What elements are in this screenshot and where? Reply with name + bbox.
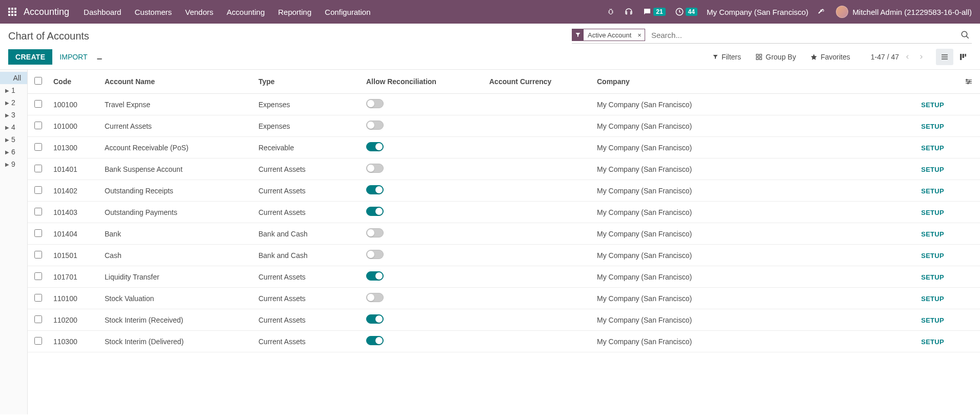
cell-name[interactable]: Account Receivable (PoS): [99, 137, 253, 158]
sidebar-item-5[interactable]: ▶5: [0, 133, 27, 146]
cell-type[interactable]: Bank and Cash: [253, 245, 361, 266]
debug-icon[interactable]: [607, 8, 615, 16]
nav-menu-reporting[interactable]: Reporting: [278, 8, 311, 16]
cell-company[interactable]: My Company (San Francisco): [592, 331, 903, 352]
app-brand[interactable]: Accounting: [24, 7, 69, 17]
setup-button[interactable]: SETUP: [921, 123, 944, 130]
facet-remove[interactable]: ×: [634, 31, 645, 39]
row-checkbox[interactable]: [34, 337, 42, 345]
table-row[interactable]: 101403Outstanding PaymentsCurrent Assets…: [28, 202, 980, 223]
header-currency[interactable]: Account Currency: [484, 70, 592, 94]
setup-button[interactable]: SETUP: [921, 316, 944, 324]
cell-code[interactable]: 101401: [48, 158, 99, 180]
setup-button[interactable]: SETUP: [921, 144, 944, 152]
cell-currency[interactable]: [484, 202, 592, 223]
cell-currency[interactable]: [484, 266, 592, 288]
cell-type[interactable]: Current Assets: [253, 266, 361, 288]
sidebar-item-9[interactable]: ▶9: [0, 158, 27, 170]
cell-currency[interactable]: [484, 180, 592, 202]
sidebar-item-6[interactable]: ▶6: [0, 146, 27, 158]
table-row[interactable]: 110300Stock Interim (Delivered)Current A…: [28, 331, 980, 352]
header-type[interactable]: Type: [253, 70, 361, 94]
cell-type[interactable]: Current Assets: [253, 180, 361, 202]
row-checkbox[interactable]: [34, 294, 42, 302]
reconciliation-toggle[interactable]: [366, 250, 384, 259]
apps-icon[interactable]: [8, 8, 16, 16]
table-row[interactable]: 101404BankBank and CashMy Company (San F…: [28, 223, 980, 245]
cell-currency[interactable]: [484, 331, 592, 352]
cell-company[interactable]: My Company (San Francisco): [592, 137, 903, 158]
setup-button[interactable]: SETUP: [921, 295, 944, 303]
cell-company[interactable]: My Company (San Francisco): [592, 94, 903, 115]
cell-code[interactable]: 101404: [48, 223, 99, 245]
create-button[interactable]: CREATE: [8, 49, 52, 65]
download-icon[interactable]: [96, 53, 103, 61]
cell-name[interactable]: Stock Valuation: [99, 288, 253, 309]
row-checkbox[interactable]: [34, 100, 42, 108]
tools-icon[interactable]: [817, 7, 827, 16]
nav-menu-vendors[interactable]: Vendors: [185, 8, 213, 16]
cell-type[interactable]: Receivable: [253, 137, 361, 158]
cell-type[interactable]: Bank and Cash: [253, 223, 361, 245]
cell-code[interactable]: 101000: [48, 115, 99, 137]
cell-name[interactable]: Current Assets: [99, 115, 253, 137]
pager-text[interactable]: 1-47 / 47: [871, 53, 899, 61]
cell-company[interactable]: My Company (San Francisco): [592, 245, 903, 266]
row-checkbox[interactable]: [34, 208, 42, 215]
company-switcher[interactable]: My Company (San Francisco): [707, 8, 808, 16]
setup-button[interactable]: SETUP: [921, 187, 944, 195]
cell-code[interactable]: 100100: [48, 94, 99, 115]
cell-name[interactable]: Bank Suspense Account: [99, 158, 253, 180]
cell-type[interactable]: Expenses: [253, 115, 361, 137]
setup-button[interactable]: SETUP: [921, 273, 944, 281]
cell-code[interactable]: 101403: [48, 202, 99, 223]
sidebar-item-1[interactable]: ▶1: [0, 84, 27, 96]
cell-company[interactable]: My Company (San Francisco): [592, 288, 903, 309]
select-all-checkbox[interactable]: [34, 77, 42, 85]
setup-button[interactable]: SETUP: [921, 166, 944, 173]
view-list-button[interactable]: [936, 49, 953, 65]
cell-currency[interactable]: [484, 309, 592, 331]
reconciliation-toggle[interactable]: [366, 207, 384, 216]
messages-icon[interactable]: 21: [643, 7, 665, 16]
search-icon[interactable]: [958, 30, 972, 39]
reconciliation-toggle[interactable]: [366, 336, 384, 345]
nav-menu-dashboard[interactable]: Dashboard: [84, 8, 121, 16]
row-checkbox[interactable]: [34, 315, 42, 323]
sidebar-all[interactable]: All: [0, 72, 27, 84]
cell-code[interactable]: 101701: [48, 266, 99, 288]
cell-company[interactable]: My Company (San Francisco): [592, 266, 903, 288]
reconciliation-toggle[interactable]: [366, 293, 384, 302]
pager-prev[interactable]: [903, 51, 912, 63]
sidebar-item-3[interactable]: ▶3: [0, 109, 27, 121]
activity-icon[interactable]: 44: [675, 7, 697, 16]
setup-button[interactable]: SETUP: [921, 101, 944, 109]
header-name[interactable]: Account Name: [99, 70, 253, 94]
cell-currency[interactable]: [484, 158, 592, 180]
cell-type[interactable]: Current Assets: [253, 309, 361, 331]
nav-menu-accounting[interactable]: Accounting: [227, 8, 265, 16]
cell-company[interactable]: My Company (San Francisco): [592, 180, 903, 202]
reconciliation-toggle[interactable]: [366, 185, 384, 194]
favorites-button[interactable]: Favorites: [810, 53, 850, 61]
cell-currency[interactable]: [484, 94, 592, 115]
cell-name[interactable]: Liquidity Transfer: [99, 266, 253, 288]
reconciliation-toggle[interactable]: [366, 142, 384, 151]
user-menu[interactable]: Mitchell Admin (21229583-16-0-all): [836, 6, 972, 18]
cell-company[interactable]: My Company (San Francisco): [592, 223, 903, 245]
groupby-button[interactable]: Group By: [755, 53, 796, 61]
cell-currency[interactable]: [484, 223, 592, 245]
table-row[interactable]: 101501CashBank and CashMy Company (San F…: [28, 245, 980, 266]
cell-type[interactable]: Current Assets: [253, 158, 361, 180]
reconciliation-toggle[interactable]: [366, 99, 384, 108]
row-checkbox[interactable]: [34, 122, 42, 129]
cell-type[interactable]: Current Assets: [253, 202, 361, 223]
cell-code[interactable]: 110300: [48, 331, 99, 352]
cell-currency[interactable]: [484, 115, 592, 137]
cell-name[interactable]: Cash: [99, 245, 253, 266]
nav-menu-configuration[interactable]: Configuration: [325, 8, 370, 16]
search-input[interactable]: [649, 30, 958, 41]
cell-company[interactable]: My Company (San Francisco): [592, 115, 903, 137]
cell-currency[interactable]: [484, 288, 592, 309]
reconciliation-toggle[interactable]: [366, 271, 384, 281]
